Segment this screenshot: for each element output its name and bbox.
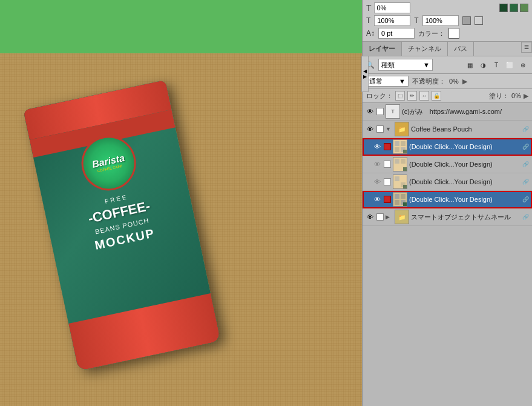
tab-layers[interactable]: レイヤー [363, 42, 402, 56]
svg-rect-1 [395, 141, 399, 146]
layer-link-icon[interactable]: 🔗 [521, 213, 530, 221]
lock-transparent-btn[interactable]: ⬚ [395, 91, 405, 101]
opacity-field: T [366, 2, 410, 13]
svg-rect-5 [403, 150, 407, 153]
blend-mode-dropdown[interactable]: 通常 ▼ [366, 76, 409, 87]
layer-thumbnail [393, 139, 407, 154]
layer-name: スマートオブジェクトサムネール [411, 213, 519, 222]
layer-row[interactable]: 👁 (Double Click...Your Design) 🔗 [363, 138, 532, 156]
layer-link-icon[interactable]: 🔗 [521, 178, 530, 186]
visibility-toggle[interactable]: 👁 [372, 142, 382, 151]
panel-menu-button[interactable]: ☰ [521, 42, 532, 53]
layers-tab-bar: レイヤー チャンネル パス ☰ [363, 42, 532, 56]
layer-name: (Double Click...Your Design) [409, 178, 519, 185]
color-swatch-light [520, 4, 528, 12]
filter-text-icon[interactable]: T [491, 59, 502, 70]
opacity-input[interactable] [374, 2, 410, 13]
layer-thumbnail [393, 175, 407, 189]
svg-rect-9 [403, 167, 407, 171]
layer-row[interactable]: 👁 (Double Click...Your Design) 🔗 [363, 191, 532, 208]
lock-position-btn[interactable]: ↔ [419, 91, 429, 101]
layer-row[interactable]: 👁 (Double Click...Your Design) 🔗 [363, 173, 532, 191]
layer-name: Coffee Beans Pouch [411, 125, 519, 133]
filter-smart-icon[interactable]: ⊕ [517, 59, 528, 70]
layer-link-icon[interactable]: 🔗 [521, 195, 530, 204]
layer-thumbnail [393, 157, 407, 171]
svg-rect-8 [401, 159, 406, 164]
tab-channels[interactable]: チャンネル [402, 42, 448, 56]
layer-lock-row: ロック： ⬚ ✏ ↔ 🔒 塗り： 0% ▶ [363, 89, 532, 103]
tab-paths[interactable]: パス [448, 42, 474, 56]
lock-all-btn[interactable]: 🔒 [432, 91, 441, 101]
layer-check[interactable] [384, 178, 391, 185]
layer-filter-icons: ▦ ◑ T ⬜ ⊕ [464, 59, 528, 70]
layer-thumbnail: 📁 [395, 122, 409, 136]
font-size-icon-2: T [414, 16, 418, 25]
layer-thumbnail: 📁 [395, 210, 409, 224]
top-toolbar: T T T A↕ カラー： [363, 0, 532, 42]
svg-rect-13 [403, 185, 407, 188]
fill-label: 塗り： [489, 92, 509, 101]
light-swatch [475, 16, 483, 25]
font-size-input-1[interactable] [374, 15, 410, 26]
svg-rect-16 [401, 194, 406, 199]
layer-name: (Double Click...Your Design) [409, 143, 519, 150]
expand-icon[interactable]: ▼ [386, 126, 393, 132]
panel-collapse-tab[interactable]: ◀▶ [361, 56, 369, 92]
layer-check[interactable] [376, 213, 384, 221]
layer-mode-row: 通常 ▼ 不透明度： 0% ▶ [363, 74, 532, 89]
visibility-toggle[interactable]: 👁 [365, 107, 375, 116]
opacity-value: 0% [449, 78, 459, 85]
layer-name: (c)がみ https://www.gami-s.com/ [402, 107, 530, 116]
layer-name: (Double Click...Your Design) [409, 161, 519, 168]
visibility-toggle[interactable]: 👁 [372, 195, 382, 204]
svg-rect-11 [395, 176, 399, 181]
layer-link-icon[interactable]: 🔗 [521, 160, 530, 168]
layer-check[interactable] [376, 125, 384, 133]
filter-dropdown[interactable]: 種類 ▼ [378, 59, 433, 71]
color-label: カラー： [418, 29, 445, 38]
layer-link-icon[interactable]: 🔗 [521, 125, 530, 133]
filter-adjust-icon[interactable]: ◑ [478, 59, 488, 70]
layers-search-row: 🔍 種類 ▼ ▦ ◑ T ⬜ ⊕ [363, 56, 532, 74]
visibility-toggle[interactable]: 👁 [372, 177, 382, 187]
visibility-toggle[interactable]: 👁 [365, 212, 375, 222]
font-size-icon-1: T [366, 16, 370, 25]
filter-pixel-icon[interactable]: ▦ [464, 59, 475, 70]
opacity-arrow[interactable]: ▶ [462, 78, 467, 85]
expand-icon[interactable]: ▶ [386, 214, 393, 220]
tracking-icon: A↕ [366, 29, 375, 38]
svg-rect-19 [403, 202, 407, 206]
right-panel: T T T A↕ カラー： レイヤー チャンネル パス [362, 0, 532, 406]
visibility-toggle[interactable]: 👁 [365, 124, 375, 134]
svg-rect-2 [401, 141, 406, 146]
svg-rect-15 [395, 194, 399, 199]
color-swatch-dark [499, 4, 508, 12]
svg-rect-17 [395, 200, 399, 205]
layer-check[interactable] [384, 161, 391, 168]
layer-check[interactable] [384, 196, 391, 203]
layer-row[interactable]: 👁 (Double Click...Your Design) 🔗 [363, 156, 532, 173]
canvas-image: Barista COFFEE CAFE FREE -COFFEE- BEANS … [0, 53, 362, 406]
layer-row[interactable]: 👁 T (c)がみ https://www.gami-s.com/ [363, 103, 532, 121]
visibility-toggle[interactable]: 👁 [372, 159, 382, 169]
opacity-icon: T [366, 3, 372, 13]
tracking-input[interactable] [378, 28, 415, 39]
lock-image-btn[interactable]: ✏ [407, 91, 417, 101]
main-color-swatch[interactable] [448, 28, 459, 39]
canvas-area: Barista COFFEE CAFE FREE -COFFEE- BEANS … [0, 0, 362, 406]
color-swatch-mid [510, 4, 518, 12]
svg-rect-7 [395, 159, 399, 164]
filter-shape-icon[interactable]: ⬜ [504, 59, 515, 70]
layer-check[interactable] [384, 143, 391, 150]
layer-thumbnail: T [386, 104, 400, 119]
gray-swatch [462, 16, 471, 25]
opacity-label: 不透明度： [412, 77, 445, 86]
fill-arrow[interactable]: ▶ [524, 92, 528, 100]
layer-row[interactable]: 👁 ▶ 📁 スマートオブジェクトサムネール 🔗 [363, 208, 532, 226]
layer-thumbnail [393, 192, 407, 207]
layer-check[interactable] [376, 108, 384, 115]
layer-row[interactable]: 👁 ▼ 📁 Coffee Beans Pouch 🔗 [363, 121, 532, 138]
font-size-input-2[interactable] [422, 15, 459, 26]
layer-link-icon[interactable]: 🔗 [521, 142, 530, 151]
